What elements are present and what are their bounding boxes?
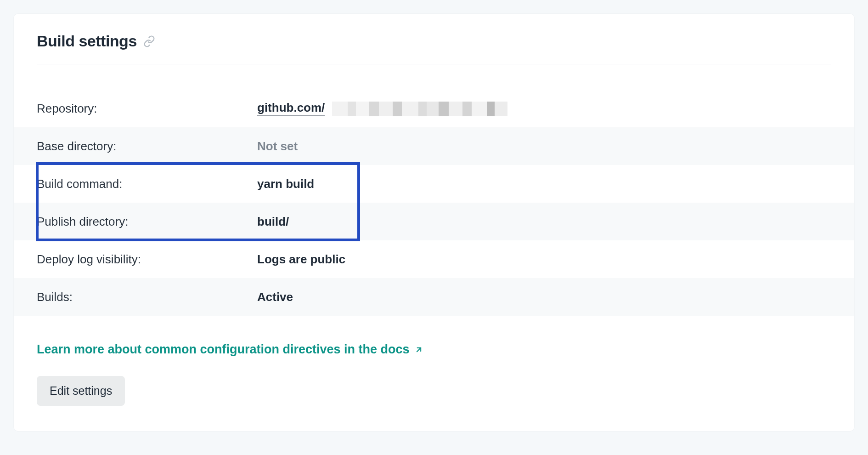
row-value: Logs are public [257, 252, 345, 267]
row-label: Builds: [37, 290, 257, 304]
row-base-directory: Base directory: Not set [14, 127, 854, 165]
anchor-link-icon[interactable] [143, 35, 155, 47]
row-value-wrap: github.com/ [257, 101, 507, 116]
redacted-repository [332, 102, 507, 116]
row-label: Repository: [37, 102, 257, 116]
row-repository: Repository: github.com/ [14, 90, 854, 127]
learn-more-link[interactable]: Learn more about common configuration di… [37, 342, 423, 357]
row-value: yarn build [257, 177, 314, 191]
section-title: Build settings [37, 32, 137, 50]
row-value: build/ [257, 215, 289, 229]
settings-list: Repository: github.com/ Base directory: … [14, 90, 854, 316]
card-header: Build settings [14, 32, 854, 64]
external-link-icon [414, 345, 423, 354]
learn-more-text: Learn more about common configuration di… [37, 342, 410, 357]
row-label: Build command: [37, 177, 257, 191]
row-value: Not set [257, 139, 298, 154]
row-label: Base directory: [37, 139, 257, 154]
repository-link[interactable]: github.com/ [257, 101, 325, 116]
section-title-row: Build settings [37, 32, 831, 64]
row-label: Publish directory: [37, 215, 257, 229]
row-builds: Builds: Active [14, 278, 854, 316]
edit-settings-button[interactable]: Edit settings [37, 376, 125, 406]
row-deploy-log: Deploy log visibility: Logs are public [14, 240, 854, 278]
row-build-command: Build command: yarn build [14, 165, 854, 203]
row-value: Active [257, 290, 293, 304]
row-publish-directory: Publish directory: build/ [14, 203, 854, 240]
learn-more-wrap: Learn more about common configuration di… [14, 316, 854, 357]
build-settings-card: Build settings Repository: github.com/ B… [14, 14, 854, 431]
button-row: Edit settings [14, 357, 854, 406]
row-label: Deploy log visibility: [37, 252, 257, 267]
